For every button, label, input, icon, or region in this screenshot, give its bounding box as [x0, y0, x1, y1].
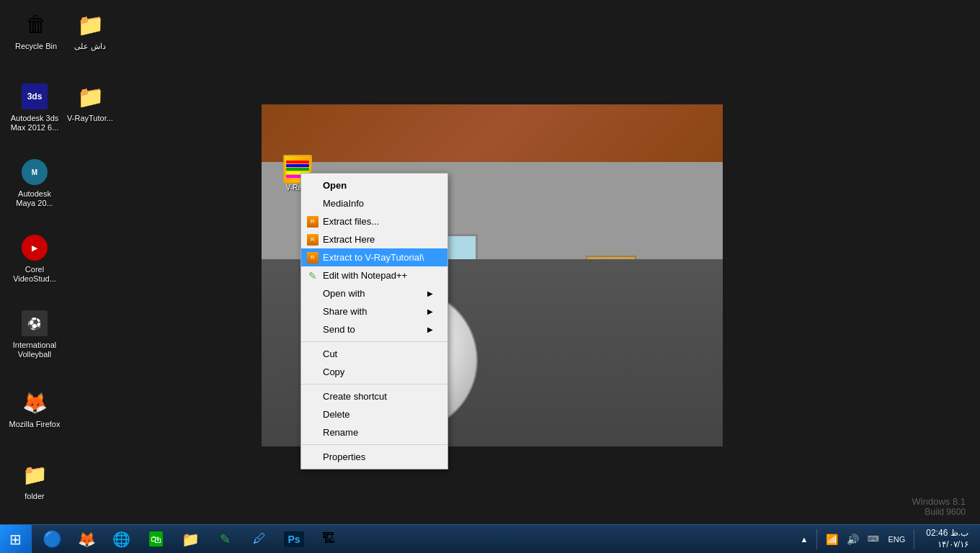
- ctx-sep-1: [301, 341, 447, 342]
- ctx-extract-files[interactable]: R Extract files...: [301, 212, 447, 230]
- windows-watermark: Windows 8.1 Build 9600: [912, 496, 966, 517]
- icon-firefox[interactable]: 🦊 Mozilla Firefox: [6, 385, 63, 432]
- taskbar-store[interactable]: 🛍: [140, 526, 172, 552]
- ctx-sep-2: [301, 384, 447, 385]
- ctx-send-to[interactable]: Send to ▶: [301, 320, 447, 338]
- tray-volume[interactable]: 🔊: [844, 534, 862, 545]
- tray-network[interactable]: 📶: [823, 534, 841, 545]
- windows-version: Windows 8.1: [912, 496, 966, 507]
- icon-recycle-bin[interactable]: 🗑 Recycle Bin: [7, 7, 65, 54]
- share-with-arrow: ▶: [427, 307, 433, 315]
- clock-time: 02:46 ب.ظ: [926, 528, 968, 539]
- ctx-open-with[interactable]: Open with ▶: [301, 284, 447, 302]
- ie-icon: 🌐: [112, 531, 130, 548]
- taskbar-firefox[interactable]: 🦊: [71, 526, 102, 552]
- ctx-delete[interactable]: Delete: [301, 405, 447, 423]
- open-with-arrow: ▶: [427, 289, 433, 297]
- taskbar-app6[interactable]: ✎: [209, 526, 241, 552]
- icon-autodesk-3ds-label: Autodesk 3ds Max 2012 6...: [9, 114, 61, 132]
- tray-keyboard[interactable]: ⌨: [865, 534, 882, 544]
- tray-divider-2: [914, 529, 914, 549]
- ctx-create-shortcut[interactable]: Create shortcut: [301, 387, 447, 405]
- taskbar-ie[interactable]: 🌐: [105, 526, 137, 552]
- ctx-rename[interactable]: Rename: [301, 423, 447, 441]
- notepadpp-icon: ✎: [306, 269, 320, 283]
- firefox-icon: 🦊: [20, 388, 49, 417]
- app7-icon: 🖊: [253, 531, 266, 547]
- app6-icon: ✎: [220, 531, 231, 547]
- taskbar-app9[interactable]: 🏗: [313, 526, 344, 552]
- intl-volleyball-icon: ⚽: [20, 309, 49, 338]
- context-menu: Open MediaInfo R Extract files... R Extr…: [300, 173, 448, 469]
- taskbar-explorer[interactable]: 📁: [174, 526, 206, 552]
- corel-icon: ▶: [20, 233, 49, 262]
- icon-folder[interactable]: 📁 folder: [6, 457, 63, 504]
- icon-folder-label: folder: [24, 492, 45, 501]
- autodesk-3ds-icon: 3ds: [20, 82, 49, 111]
- tray-divider: [816, 529, 817, 549]
- icon-intl-volleyball-label: International Volleyball: [9, 341, 61, 359]
- ctx-open[interactable]: Open: [301, 176, 447, 194]
- icon-dash-ali[interactable]: 📁 داش علی: [61, 7, 119, 54]
- ctx-copy[interactable]: Copy: [301, 363, 447, 381]
- ctx-properties[interactable]: Properties: [301, 448, 447, 466]
- taskbar-apps: 🔵 🦊 🌐 🛍 📁 ✎ 🖊 Ps �: [32, 526, 792, 552]
- icon-autodesk-3ds[interactable]: 3ds Autodesk 3ds Max 2012 6...: [6, 79, 63, 135]
- icon-dash-ali-label: داش علی: [74, 42, 106, 51]
- clock-date: ۱۴/۰۷/۱۶: [926, 539, 968, 551]
- ctx-mediainfo[interactable]: MediaInfo: [301, 194, 447, 212]
- system-tray: ▲ 📶 🔊 ⌨ ENG 02:46 ب.ظ ۱۴/۰۷/۱۶: [792, 528, 980, 550]
- explorer-icon: 📁: [182, 531, 200, 548]
- icon-corel[interactable]: ▶ Corel VideoStud...: [6, 230, 63, 287]
- ctx-edit-notepadpp[interactable]: ✎ Edit with Notepad++: [301, 266, 447, 284]
- start-icon: ⊞: [9, 531, 22, 548]
- ctx-extract-here[interactable]: R Extract Here: [301, 230, 447, 248]
- winrar-extract-here-icon: R: [306, 233, 320, 247]
- taskbar-app7[interactable]: 🖊: [244, 526, 275, 552]
- icon-firefox-label: Mozilla Firefox: [9, 420, 61, 429]
- tray-show-hidden[interactable]: ▲: [798, 535, 811, 544]
- icon-autodesk-maya-label: Autodesk Maya 20...: [9, 189, 61, 208]
- scene-roof: [262, 104, 723, 162]
- tray-clock[interactable]: 02:46 ب.ظ ۱۴/۰۷/۱۶: [920, 528, 974, 550]
- ctx-cut[interactable]: Cut: [301, 345, 447, 363]
- send-to-arrow: ▶: [427, 325, 433, 333]
- chrome-icon: 🔵: [43, 530, 62, 549]
- photoshop-icon: Ps: [284, 531, 303, 547]
- winrar-extract-to-icon: R: [306, 251, 320, 265]
- taskbar: ⊞ 🔵 🦊 🌐 🛍 📁 ✎ 🖊: [0, 524, 980, 553]
- ctx-extract-to[interactable]: R Extract to V-RayTutorial\: [301, 248, 447, 266]
- vray-tutorial-icon: 📁: [76, 82, 104, 111]
- taskbar-photoshop[interactable]: Ps: [278, 526, 310, 552]
- icon-vray-tutorial-label: V-RayTutor...: [67, 114, 113, 123]
- start-button[interactable]: ⊞: [0, 525, 32, 554]
- folder-icon: 📁: [20, 460, 49, 489]
- icon-intl-volleyball[interactable]: ⚽ International Volleyball: [6, 306, 63, 362]
- icon-autodesk-maya[interactable]: M Autodesk Maya 20...: [6, 155, 63, 211]
- recycle-bin-icon: 🗑: [22, 10, 50, 39]
- icon-corel-label: Corel VideoStud...: [9, 265, 61, 284]
- ctx-sep-3: [301, 444, 447, 445]
- taskbar-chrome[interactable]: 🔵: [36, 526, 68, 552]
- store-icon: 🛍: [149, 531, 163, 547]
- windows-build: Build 9600: [912, 507, 966, 517]
- icon-recycle-bin-label: Recycle Bin: [15, 42, 57, 51]
- dash-ali-icon: 📁: [76, 10, 104, 39]
- firefox-taskbar-icon: 🦊: [78, 531, 96, 548]
- desktop: 🗑 Recycle Bin 📁 داش علی 3ds Autodesk 3ds…: [0, 0, 980, 553]
- app9-icon: 🏗: [322, 531, 335, 547]
- autodesk-maya-icon: M: [20, 158, 49, 186]
- icon-vray-tutorial[interactable]: 📁 V-RayTutor...: [61, 79, 119, 126]
- ctx-share-with[interactable]: Share with ▶: [301, 302, 447, 320]
- winrar-extract-icon: R: [306, 215, 320, 229]
- tray-lang[interactable]: ENG: [885, 535, 908, 544]
